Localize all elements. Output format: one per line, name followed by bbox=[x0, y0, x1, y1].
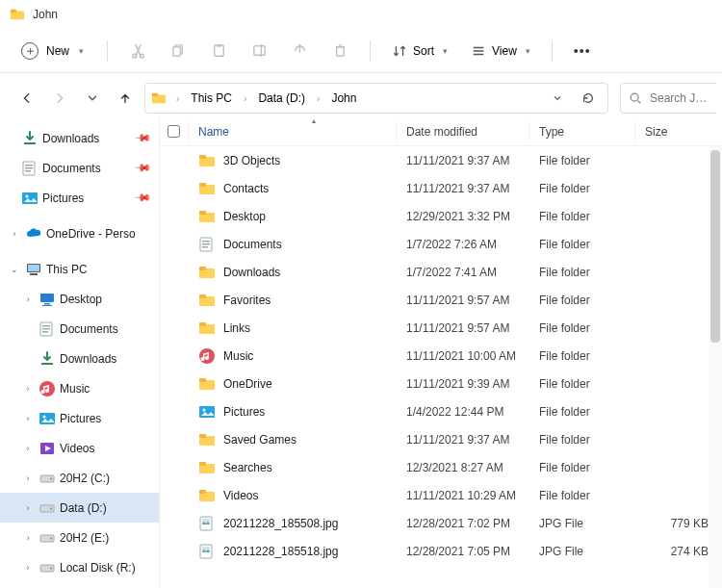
file-name[interactable]: Desktop bbox=[189, 208, 397, 225]
sidebar-item-documents[interactable]: Documents bbox=[0, 314, 159, 344]
table-row[interactable]: Pictures1/4/2022 12:44 PMFile folder bbox=[160, 397, 722, 425]
file-name[interactable]: Music bbox=[189, 347, 397, 365]
file-name[interactable]: Pictures bbox=[189, 403, 397, 421]
image-icon bbox=[198, 543, 216, 560]
refresh-button[interactable] bbox=[575, 85, 602, 112]
chevron-down-icon: ▾ bbox=[526, 46, 530, 56]
table-row[interactable]: Downloads1/7/2022 7:41 AMFile folder bbox=[160, 258, 722, 286]
file-name[interactable]: Videos bbox=[189, 487, 397, 504]
table-row[interactable]: Searches12/3/2021 8:27 AMFile folder bbox=[160, 453, 722, 481]
file-name[interactable]: Saved Games bbox=[189, 431, 397, 448]
folder-icon bbox=[198, 375, 216, 393]
cut-button[interactable] bbox=[121, 36, 154, 66]
sidebar-item-thispc[interactable]: ⌄ This PC bbox=[0, 254, 159, 284]
file-name[interactable]: 3D Objects bbox=[189, 152, 397, 169]
sidebar-item-downloads[interactable]: Downloads bbox=[0, 344, 159, 373]
breadcrumb[interactable]: This PC bbox=[185, 88, 238, 109]
table-row[interactable]: Links11/11/2021 9:57 AMFile folder bbox=[160, 314, 722, 342]
table-row[interactable]: Documents1/7/2022 7:26 AMFile folder bbox=[160, 230, 722, 258]
address-bar[interactable]: › This PC › Data (D:) › John bbox=[144, 83, 608, 114]
sidebar-item-onedrive[interactable]: › OneDrive - Perso bbox=[0, 218, 159, 248]
sidebar-item-drive-d[interactable]: ›Data (D:) bbox=[0, 493, 159, 523]
table-row[interactable]: Desktop12/29/2021 3:32 PMFile folder bbox=[160, 202, 722, 230]
drive-icon bbox=[39, 529, 56, 547]
file-name[interactable]: Favorites bbox=[189, 292, 397, 309]
delete-button[interactable] bbox=[323, 36, 356, 66]
sidebar-item-videos[interactable]: ›Videos bbox=[0, 433, 159, 463]
table-row[interactable]: OneDrive11/11/2021 9:39 AMFile folder bbox=[160, 370, 722, 397]
table-row[interactable]: 3D Objects11/11/2021 9:37 AMFile folder bbox=[160, 146, 722, 174]
breadcrumb[interactable]: Data (D:) bbox=[252, 88, 311, 109]
file-date: 1/4/2022 12:44 PM bbox=[397, 405, 529, 419]
more-button[interactable]: ••• bbox=[566, 39, 599, 63]
file-name[interactable]: OneDrive bbox=[189, 375, 397, 393]
table-row[interactable]: Saved Games11/11/2021 9:37 AMFile folder bbox=[160, 425, 722, 453]
table-row[interactable]: 20211228_185518.jpg12/28/2021 7:05 PMJPG… bbox=[160, 537, 722, 565]
share-button[interactable] bbox=[283, 36, 316, 66]
rename-button[interactable] bbox=[243, 36, 275, 66]
file-name[interactable]: Contacts bbox=[189, 180, 397, 197]
table-row[interactable]: Contacts11/11/2021 9:37 AMFile folder bbox=[160, 174, 722, 202]
chevron-down-icon[interactable]: ⌄ bbox=[8, 265, 21, 274]
sidebar-item-music[interactable]: ›Music bbox=[0, 373, 159, 403]
file-name[interactable]: 20211228_185508.jpg bbox=[189, 515, 397, 532]
file-name[interactable]: Downloads bbox=[189, 264, 397, 281]
sort-button[interactable]: Sort ▾ bbox=[384, 39, 455, 63]
pin-icon: 📌 bbox=[133, 129, 151, 147]
table-row[interactable]: Music11/11/2021 10:00 AMFile folder bbox=[160, 342, 722, 370]
file-date: 12/29/2021 3:32 PM bbox=[397, 210, 529, 223]
recent-button[interactable] bbox=[79, 85, 106, 112]
nav-row: › This PC › Data (D:) › John Search John bbox=[0, 79, 722, 117]
column-date[interactable]: Date modified bbox=[397, 117, 529, 145]
file-type: File folder bbox=[529, 238, 635, 251]
file-type: File folder bbox=[529, 405, 635, 419]
sidebar-item-drive-r[interactable]: ›Local Disk (R:) bbox=[0, 552, 159, 582]
paste-button[interactable] bbox=[202, 36, 235, 66]
file-date: 11/11/2021 9:57 AM bbox=[397, 321, 529, 335]
music-icon bbox=[39, 380, 56, 397]
column-headers: Name▴ Date modified Type Size bbox=[160, 117, 722, 146]
new-button[interactable]: ＋ New ▾ bbox=[12, 37, 93, 65]
sidebar-item-drive-c[interactable]: ›20H2 (C:) bbox=[0, 463, 159, 493]
folder-icon bbox=[198, 264, 216, 281]
chevron-right-icon[interactable]: › bbox=[8, 229, 21, 239]
file-name[interactable]: Documents bbox=[189, 236, 397, 253]
new-label: New bbox=[46, 44, 69, 58]
copy-button[interactable] bbox=[162, 36, 194, 66]
sidebar-item-drive-e[interactable]: ›20H2 (E:) bbox=[0, 523, 159, 552]
sidebar-item-pictures[interactable]: ›Pictures bbox=[0, 403, 159, 433]
column-size[interactable]: Size bbox=[635, 117, 722, 145]
scrollbar[interactable] bbox=[709, 146, 722, 588]
back-button[interactable] bbox=[13, 85, 40, 112]
sort-label: Sort bbox=[413, 44, 434, 58]
sidebar-item-desktop[interactable]: ›Desktop bbox=[0, 284, 159, 314]
pictures-icon bbox=[21, 190, 39, 207]
sidebar-item-downloads[interactable]: Downloads 📌 bbox=[0, 123, 159, 153]
pin-icon: 📌 bbox=[133, 189, 151, 207]
table-row[interactable]: Videos11/11/2021 10:29 AMFile folder bbox=[160, 481, 722, 509]
breadcrumb[interactable]: John bbox=[325, 88, 362, 109]
svg-point-29 bbox=[631, 93, 638, 101]
file-name[interactable]: Links bbox=[189, 320, 397, 337]
file-date: 12/3/2021 8:27 AM bbox=[397, 461, 529, 474]
scroll-thumb[interactable] bbox=[710, 150, 720, 343]
file-name[interactable]: Searches bbox=[189, 459, 397, 476]
table-row[interactable]: 20211228_185508.jpg12/28/2021 7:02 PMJPG… bbox=[160, 509, 722, 537]
address-dropdown[interactable] bbox=[544, 85, 571, 112]
forward-button[interactable] bbox=[46, 85, 73, 112]
file-date: 11/11/2021 10:29 AM bbox=[397, 489, 529, 502]
column-type[interactable]: Type bbox=[529, 117, 635, 145]
pin-icon: 📌 bbox=[133, 159, 151, 177]
image-icon bbox=[198, 515, 216, 532]
column-name[interactable]: Name▴ bbox=[189, 117, 397, 145]
file-name[interactable]: 20211228_185518.jpg bbox=[189, 543, 397, 560]
sidebar-item-documents[interactable]: Documents 📌 bbox=[0, 153, 159, 183]
view-button[interactable]: View ▾ bbox=[463, 39, 538, 63]
sidebar-item-pictures[interactable]: Pictures 📌 bbox=[0, 183, 159, 213]
table-row[interactable]: Favorites11/11/2021 9:57 AMFile folder bbox=[160, 286, 722, 314]
select-all-checkbox[interactable] bbox=[160, 117, 189, 145]
search-box[interactable]: Search John bbox=[620, 83, 716, 114]
up-button[interactable] bbox=[112, 85, 139, 112]
file-list[interactable]: 3D Objects11/11/2021 9:37 AMFile folderC… bbox=[160, 146, 722, 588]
chevron-right-icon: › bbox=[242, 93, 248, 104]
